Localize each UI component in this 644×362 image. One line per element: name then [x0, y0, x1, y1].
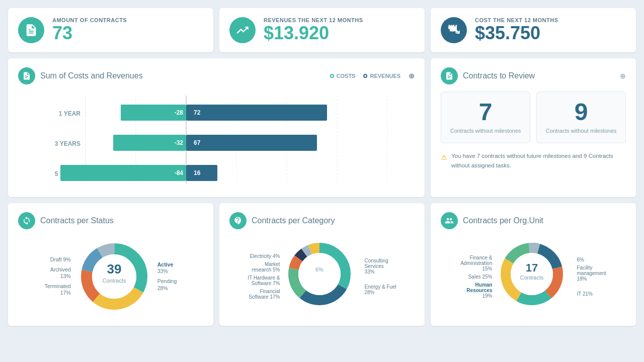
svg-point-46: [511, 253, 553, 295]
status-label-pending: Pending28%: [157, 278, 177, 292]
costs-value: $35.750: [475, 23, 558, 43]
org-label-facility: Facilitymanagement18%: [577, 265, 606, 282]
review-box-1: 7 Contracts without milestones: [441, 92, 530, 143]
revenues-value: $13.920: [264, 23, 363, 43]
status-label-draft: Draft 9%: [45, 256, 71, 263]
review-title: Contracts to Review: [463, 71, 615, 80]
costs-revenues-card: Sum of Costs and Revenues COSTS REVENUES…: [8, 58, 425, 197]
cat-label-consulting: ConsultingServices33%: [364, 258, 396, 275]
legend-costs: COSTS: [330, 73, 356, 79]
orgunit-donut: 17 Contracts: [494, 236, 575, 317]
svg-rect-11: [186, 105, 327, 121]
category-labels-left: Electricity 4% Marketresearch 5% IT Hard…: [248, 253, 280, 300]
cat-label-it: IT Hardware &Software 7%: [248, 275, 280, 286]
review-icon: [441, 67, 458, 84]
category-labels-right: ConsultingServices33% Energy & Fuel28%: [364, 258, 396, 295]
status-title: Contracts per Status: [40, 216, 203, 225]
costs-dot: [330, 74, 334, 78]
svg-text:39: 39: [107, 261, 121, 277]
cat-label-energy: Energy & Fuel28%: [364, 284, 396, 295]
category-icon: [229, 212, 247, 229]
orgunit-card: Contracts per Org.Unit Finance &Administ…: [431, 203, 636, 326]
stat-card-revenues: REVENUES THE NEXT 12 MONTHS $13.920: [219, 8, 425, 52]
review-boxes: 7 Contracts without milestones 9 Contrac…: [441, 92, 626, 143]
cat-label-financial: FinancialSoftware 17%: [248, 289, 280, 300]
contracts-value: 73: [52, 23, 127, 43]
status-card: Contracts per Status Draft 9% Archived13…: [8, 203, 213, 326]
svg-text:-84: -84: [175, 169, 184, 176]
status-label-active: Active33%: [157, 261, 177, 275]
svg-text:-28: -28: [175, 109, 184, 116]
costs-revenues-legend: COSTS REVENUES ⊕: [330, 72, 415, 80]
category-chart-container: Electricity 4% Marketresearch 5% IT Hard…: [229, 236, 415, 317]
revenues-dot: [363, 74, 367, 78]
review-box-2: 9 Contracts without milestones: [536, 92, 626, 143]
costs-icon: [441, 17, 467, 43]
stat-card-contracts: AMOUNT OF CONTRACTS 73: [8, 8, 213, 52]
org-label-hr: HumanResources19%: [460, 282, 492, 299]
cat-label-electricity: Electricity 4%: [248, 253, 280, 259]
svg-rect-19: [60, 165, 186, 181]
cat-label-market: Marketresearch 5%: [248, 261, 280, 273]
status-icon: [18, 212, 35, 229]
review-number-1: 7: [449, 100, 522, 124]
svg-text:Contracts: Contracts: [520, 275, 544, 281]
review-target-icon[interactable]: ⊕: [620, 72, 626, 80]
category-title: Contracts per Category: [252, 216, 415, 225]
svg-text:17: 17: [526, 261, 538, 274]
org-label-other-pct: 6%: [577, 257, 606, 262]
category-header: Contracts per Category: [229, 212, 415, 229]
target-icon[interactable]: ⊕: [409, 72, 415, 80]
costs-revenues-title: Sum of Costs and Revenues: [40, 71, 325, 80]
contracts-review-card: Contracts to Review ⊕ 7 Contracts withou…: [431, 58, 636, 197]
legend-revenues: REVENUES: [363, 73, 400, 79]
bar-chart: 1 YEAR -28 72 3 YEARS -32 67 5 YEARS: [18, 92, 415, 188]
svg-text:3 YEARS: 3 YEARS: [55, 140, 80, 147]
svg-text:6%: 6%: [316, 266, 324, 273]
revenues-icon: [229, 17, 256, 43]
svg-text:-32: -32: [175, 139, 184, 146]
org-label-sales: Sales 25%: [460, 274, 492, 280]
svg-text:Contracts: Contracts: [102, 278, 126, 284]
status-label-archived: Archived13%: [45, 266, 71, 280]
svg-text:67: 67: [194, 139, 201, 146]
costs-revenues-header: Sum of Costs and Revenues COSTS REVENUES…: [18, 67, 415, 84]
review-desc-2: Contracts without milestones: [545, 127, 617, 135]
svg-text:16: 16: [194, 169, 201, 176]
status-labels-right: Active33% Pending28%: [157, 261, 177, 292]
orgunit-title: Contracts per Org.Unit: [463, 216, 626, 225]
svg-rect-21: [186, 165, 217, 181]
costs-revenues-icon: [18, 67, 35, 84]
review-desc-1: Contracts without milestones: [449, 127, 522, 135]
status-header: Contracts per Status: [18, 212, 203, 229]
status-label-terminated: Terminated17%: [45, 283, 71, 297]
stat-card-costs: COST THE NEXT 12 MONTHS $35.750: [431, 8, 636, 52]
warning-icon: ⚠: [441, 152, 447, 163]
orgunit-header: Contracts per Org.Unit: [441, 212, 626, 229]
svg-rect-16: [186, 135, 317, 151]
org-label-finance: Finance &Administration15%: [460, 255, 492, 272]
orgunit-icon: [441, 212, 458, 229]
bar-chart-svg: 1 YEAR -28 72 3 YEARS -32 67 5 YEARS: [18, 96, 415, 186]
contracts-icon: [18, 17, 44, 43]
svg-text:72: 72: [194, 109, 201, 116]
review-header: Contracts to Review ⊕: [441, 67, 626, 84]
svg-point-38: [298, 253, 341, 295]
dashboard: AMOUNT OF CONTRACTS 73 REVENUES THE NEXT…: [8, 8, 636, 326]
org-label-it: IT 21%: [577, 291, 606, 297]
status-labels-left: Draft 9% Archived13% Terminated17%: [45, 256, 71, 297]
orgunit-chart-container: Finance &Administration15% Sales 25% Hum…: [441, 236, 626, 317]
orgunit-labels-left: Finance &Administration15% Sales 25% Hum…: [460, 255, 492, 299]
category-card: Contracts per Category Electricity 4% Ma…: [219, 203, 425, 326]
category-donut: 6%: [282, 236, 362, 317]
orgunit-labels-right: 6% Facilitymanagement18% IT 21%: [577, 257, 606, 297]
status-chart-container: Draft 9% Archived13% Terminated17%: [18, 236, 203, 317]
svg-text:1 YEAR: 1 YEAR: [59, 110, 80, 117]
review-number-2: 9: [545, 100, 617, 124]
status-donut: 39 Contracts: [74, 236, 154, 317]
review-warning: ⚠ You have 7 contracts without future mi…: [441, 151, 626, 170]
